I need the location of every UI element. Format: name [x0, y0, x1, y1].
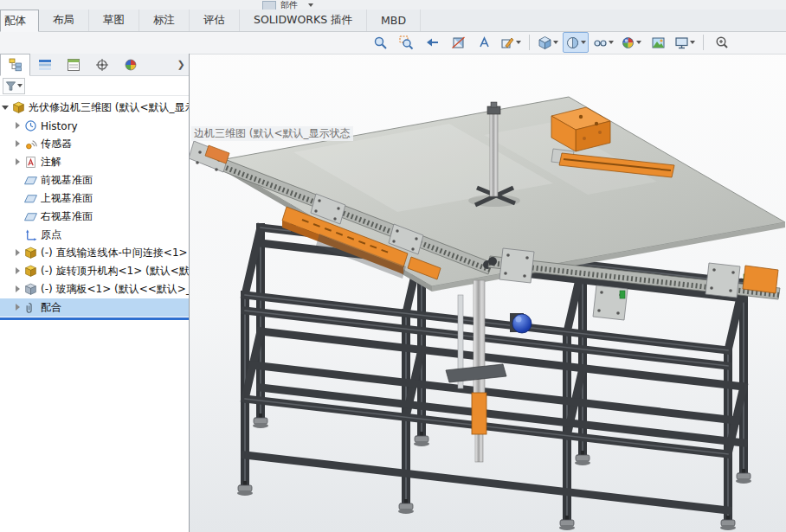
- magnifying-glass-button[interactable]: [709, 32, 733, 53]
- 3d-drawing-view-icon: [500, 35, 515, 50]
- featuremanager-panel: ❯ 光伏修边机三维图 (默认<默认_显示状态: [0, 54, 190, 532]
- tab-feature-tree[interactable]: [0, 54, 30, 76]
- toolbar-separator: [703, 35, 704, 50]
- view-orientation-button[interactable]: [535, 32, 561, 53]
- view-settings-button[interactable]: [672, 32, 698, 53]
- tree-item-history[interactable]: History: [0, 117, 189, 135]
- tree-item-label: (-) 旋转顶升机构<1> (默认<默认_显: [41, 264, 189, 279]
- tree-item-mates[interactable]: 配合: [0, 298, 189, 317]
- tree-item-label: 配合: [41, 300, 61, 315]
- tab-display-manager[interactable]: [30, 54, 59, 75]
- view-settings-icon: [674, 35, 689, 50]
- expand-arrow[interactable]: [14, 248, 23, 258]
- expand-arrow[interactable]: [14, 266, 23, 276]
- headsup-toolbar-strip: [0, 31, 786, 54]
- part-icon: [24, 283, 37, 296]
- tab-property-manager[interactable]: [59, 54, 87, 75]
- tree-item-lift-component[interactable]: (-) 旋转顶升机构<1> (默认<默认_显: [0, 262, 189, 280]
- tab-addins[interactable]: SOLIDWORKS 插件: [240, 10, 367, 31]
- chevron-down-icon: [516, 41, 521, 44]
- tree-item-label: 右视基准面: [41, 209, 93, 224]
- property-manager-icon: [67, 58, 81, 72]
- panel-overflow-chevron[interactable]: ❯: [173, 54, 189, 75]
- tab-layout[interactable]: 布局: [39, 10, 89, 31]
- chevron-down-icon: [308, 3, 313, 7]
- display-style-icon: [565, 35, 580, 50]
- chevron-down-icon: [17, 84, 23, 87]
- apply-scene-button[interactable]: [646, 32, 670, 53]
- tree-item-sensors[interactable]: 传感器: [0, 135, 189, 153]
- dynamic-annotation-icon: [477, 35, 492, 50]
- tree-item-label: 注解: [41, 155, 61, 170]
- chevron-down-icon: [553, 41, 558, 44]
- previous-view-button[interactable]: [420, 32, 444, 53]
- rollback-bar[interactable]: [0, 317, 189, 320]
- tab-assembly[interactable]: 配体: [0, 10, 39, 32]
- display-style-button[interactable]: [563, 32, 589, 53]
- expand-arrow[interactable]: [2, 103, 11, 112]
- expand-arrow[interactable]: [14, 285, 23, 294]
- feature-tree: 光伏修边机三维图 (默认<默认_显示状态 History 传感器: [0, 96, 189, 532]
- zoom-area-icon: [399, 35, 414, 50]
- tree-filter-row: [0, 76, 189, 96]
- tab-evaluate[interactable]: 评估: [190, 10, 240, 31]
- insert-component-label[interactable]: 部件: [280, 0, 298, 10]
- plane-icon: [24, 174, 37, 187]
- dynamic-annotation-button[interactable]: [472, 32, 496, 53]
- magnifying-glass-icon: [714, 35, 729, 50]
- tab-dimxpert-manager[interactable]: [87, 54, 116, 75]
- filter-button[interactable]: [3, 78, 25, 94]
- tree-item-label: 前视基准面: [41, 173, 93, 188]
- tree-item-label: (-) 直线输送线体-中间连接<1> (默: [41, 246, 189, 260]
- tree-item-top-plane[interactable]: 上视基准面: [0, 189, 189, 208]
- apply-scene-icon: [651, 35, 666, 50]
- commandmanager-tab-bar: 配体 布局 草图 标注 评估 SOLIDWORKS 插件 MBD: [0, 10, 786, 32]
- chevron-down-icon: [636, 41, 641, 44]
- edit-appearance-button[interactable]: [618, 32, 644, 53]
- insert-component-icon[interactable]: [262, 1, 276, 10]
- hide-show-items-button[interactable]: [590, 32, 616, 53]
- tree-item-label: 光伏修边机三维图 (默认<默认_显示状态: [29, 100, 189, 115]
- sensor-icon: [24, 138, 37, 151]
- chevron-down-icon: [581, 41, 586, 44]
- tree-item-right-plane[interactable]: 右视基准面: [0, 208, 189, 226]
- mates-paperclip-icon: [24, 301, 37, 314]
- tree-item-origin[interactable]: 原点: [0, 226, 189, 244]
- chevron-down-icon: [609, 41, 614, 44]
- tree-root-assembly[interactable]: 光伏修边机三维图 (默认<默认_显示状态: [0, 99, 189, 117]
- expand-arrow[interactable]: [14, 303, 23, 312]
- display-manager-icon: [38, 58, 52, 72]
- expand-arrow[interactable]: [14, 157, 23, 167]
- tab-mbd[interactable]: MBD: [367, 10, 421, 31]
- previous-view-icon: [425, 35, 440, 50]
- expand-arrow[interactable]: [14, 139, 23, 149]
- tab-sketch[interactable]: 草图: [89, 10, 139, 31]
- model-lift-mechanism[interactable]: [446, 280, 532, 462]
- history-icon: [24, 119, 37, 132]
- zoom-fit-button[interactable]: [368, 32, 392, 53]
- model-3d[interactable]: [190, 31, 786, 532]
- tab-appearances[interactable]: [116, 54, 145, 75]
- arrow-spacer: [14, 194, 23, 203]
- feature-tree-icon: [9, 58, 23, 72]
- tree-item-label: 上视基准面: [41, 191, 93, 206]
- chevron-down-icon: [690, 41, 695, 44]
- section-view-button[interactable]: [446, 32, 470, 53]
- tree-item-label: 原点: [41, 228, 61, 242]
- zoom-area-button[interactable]: [394, 32, 418, 53]
- tree-item-annotations[interactable]: 注解: [0, 153, 189, 171]
- tree-item-glass-component[interactable]: (-) 玻璃板<1> (默认<<默认>_显示: [0, 280, 189, 298]
- headsup-toolbar: [368, 32, 733, 53]
- filter-funnel-icon: [5, 80, 16, 92]
- graphics-area[interactable]: 边机三维图 (默认<默认_显示状态: [190, 31, 786, 532]
- plane-icon: [24, 210, 37, 223]
- 3d-drawing-view-button[interactable]: [498, 32, 524, 53]
- tree-item-conveyor-component[interactable]: (-) 直线输送线体-中间连接<1> (默: [0, 244, 189, 262]
- tree-item-front-plane[interactable]: 前视基准面: [0, 171, 189, 189]
- hide-show-items-icon: [593, 35, 608, 50]
- edit-appearance-icon: [621, 35, 635, 50]
- panel-tab-bar: ❯: [0, 54, 189, 76]
- origin-icon: [24, 228, 37, 241]
- expand-arrow[interactable]: [14, 121, 23, 131]
- tab-markup[interactable]: 标注: [139, 10, 190, 31]
